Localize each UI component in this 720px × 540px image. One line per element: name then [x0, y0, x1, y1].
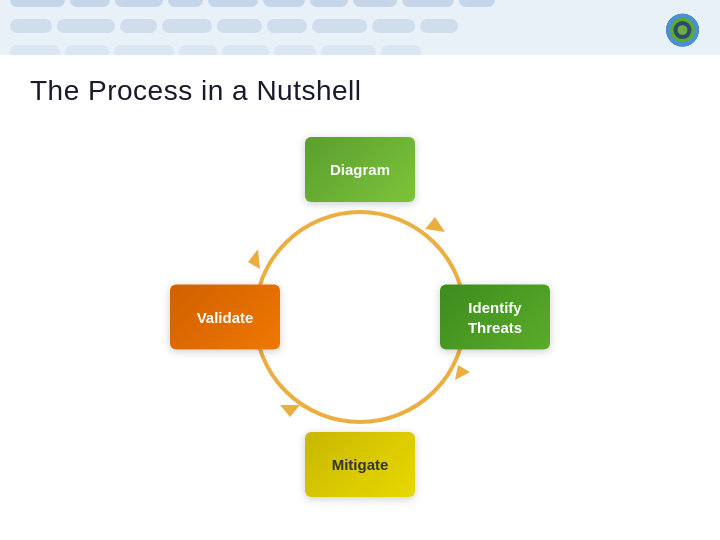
diagram-box-right: Identify Threats	[440, 285, 550, 350]
svg-marker-5	[280, 405, 300, 417]
pill	[70, 0, 110, 7]
pill	[263, 0, 305, 7]
pill	[353, 0, 397, 7]
pill	[162, 19, 212, 33]
pill	[310, 0, 348, 7]
pill	[179, 45, 217, 55]
pill	[114, 45, 174, 55]
pill	[420, 19, 458, 33]
pill	[57, 19, 115, 33]
diagram-box-top: Diagram	[305, 137, 415, 202]
svg-marker-6	[248, 249, 260, 269]
svg-point-1	[678, 25, 688, 35]
diagram-box-top-label: Diagram	[330, 160, 390, 180]
svg-point-2	[255, 212, 465, 422]
pill	[168, 0, 203, 7]
pill	[267, 19, 307, 33]
pill	[208, 0, 258, 7]
pill	[274, 45, 316, 55]
page-title: The Process in a Nutshell	[30, 75, 690, 107]
pill	[312, 19, 367, 33]
top-bar	[0, 0, 720, 55]
svg-marker-4	[455, 365, 470, 380]
pill	[10, 45, 60, 55]
pill	[10, 0, 65, 7]
pill	[402, 0, 454, 7]
svg-marker-3	[425, 217, 445, 232]
shield-icon	[660, 8, 705, 53]
pill	[372, 19, 415, 33]
pill	[120, 19, 157, 33]
pill	[115, 0, 163, 7]
decorative-pills	[10, 0, 650, 55]
diagram-area: Diagram Identify Threats Mitigate Valida…	[160, 127, 560, 507]
diagram-box-left: Validate	[170, 285, 280, 350]
pill	[222, 45, 269, 55]
diagram-box-bottom-label: Mitigate	[332, 455, 389, 475]
pill	[381, 45, 421, 55]
diagram-box-bottom: Mitigate	[305, 432, 415, 497]
pill	[217, 19, 262, 33]
pill	[459, 0, 495, 7]
diagram-box-right-label: Identify Threats	[468, 298, 522, 337]
main-content: The Process in a Nutshell Diagram Identi…	[0, 55, 720, 527]
pill	[10, 19, 52, 33]
diagram-box-left-label: Validate	[197, 307, 254, 327]
pill	[65, 45, 109, 55]
pill	[321, 45, 376, 55]
